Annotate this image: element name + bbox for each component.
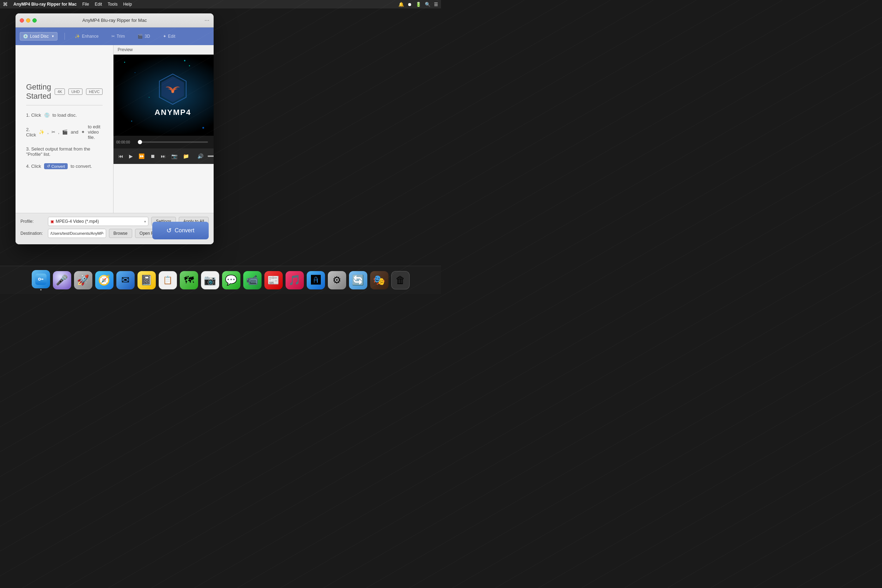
finder-icon bbox=[32, 270, 50, 288]
disc-icon: 💿 bbox=[23, 34, 28, 39]
getting-started-title: Getting Started bbox=[26, 82, 51, 101]
anymp4-logo: ANYMP4 bbox=[154, 74, 191, 117]
music-icon: 🎵 bbox=[285, 271, 304, 290]
tools-menu[interactable]: Tools bbox=[108, 2, 117, 7]
dock-item-launchpad[interactable]: 🚀 bbox=[74, 271, 92, 290]
toolbar-divider-1 bbox=[64, 33, 65, 40]
search-icon[interactable]: 🔍 bbox=[425, 2, 430, 7]
trash-icon: 🗑 bbox=[391, 271, 410, 290]
badge-uhd: UHD bbox=[68, 88, 82, 95]
convert-button[interactable]: ↺ Convert bbox=[152, 222, 209, 239]
browse-button[interactable]: Browse bbox=[109, 229, 132, 238]
app-name-menu[interactable]: AnyMP4 Blu-ray Ripper for Mac bbox=[14, 2, 76, 7]
edit-button[interactable]: ✦ Edit bbox=[160, 32, 178, 40]
gs-step-1: 1. Click 💿 to load disc. bbox=[26, 112, 103, 118]
trim-small-icon: ✂ bbox=[51, 129, 56, 135]
dock-item-safari[interactable]: 🧭 bbox=[95, 271, 114, 290]
stop-button[interactable]: ⏹ bbox=[149, 152, 156, 160]
menu-bar: ⌘ AnyMP4 Blu-ray Ripper for Mac File Edi… bbox=[0, 0, 441, 9]
preview-video: ANYMP4 bbox=[114, 55, 214, 136]
enhance-icon: ✨ bbox=[75, 34, 80, 39]
volume-fill bbox=[208, 156, 214, 157]
reminders-icon: 📋 bbox=[159, 271, 177, 290]
time-end: 00:00:00 bbox=[210, 140, 214, 144]
dock-item-trash[interactable]: 🗑 bbox=[391, 271, 410, 290]
dock-item-migration[interactable]: 🔄 bbox=[349, 271, 368, 290]
trim-button[interactable]: ✂ Trim bbox=[109, 32, 128, 40]
notes-icon: 📓 bbox=[138, 271, 156, 290]
fast-forward-button[interactable]: ⏩ bbox=[137, 152, 146, 160]
window-title: AnyMP4 Blu-ray Ripper for Mac bbox=[82, 18, 147, 23]
file-menu[interactable]: File bbox=[82, 2, 89, 7]
maps-icon: 🗺 bbox=[180, 271, 198, 290]
main-content: Getting Started 4K UHD HEVC 1. Click 💿 t… bbox=[15, 45, 214, 244]
enhance-small-icon: ✨ bbox=[39, 129, 44, 135]
maximize-button[interactable] bbox=[32, 18, 37, 22]
dock-item-siri[interactable]: 🎤 bbox=[53, 271, 71, 290]
timeline-bar: 00:00:00 00:00:00 bbox=[114, 136, 214, 148]
system-prefs-icon: ⚙ bbox=[328, 271, 346, 290]
edit-icon: ✦ bbox=[163, 34, 166, 39]
dock-item-finder[interactable] bbox=[32, 270, 50, 291]
minimize-button[interactable] bbox=[26, 18, 30, 22]
dock-item-news[interactable]: 📰 bbox=[264, 271, 283, 290]
dock-item-unnamed-dark[interactable]: 🎭 bbox=[370, 271, 388, 290]
load-disc-small-icon: 💿 bbox=[44, 112, 50, 118]
dock-item-facetime[interactable]: 📹 bbox=[243, 271, 262, 290]
convert-inline-icon: ↺ bbox=[47, 164, 50, 168]
preview-label: Preview bbox=[114, 45, 214, 55]
dock-item-mail[interactable]: ✉ bbox=[116, 271, 135, 290]
close-button[interactable] bbox=[20, 18, 24, 22]
load-disc-chevron: ▼ bbox=[51, 34, 54, 38]
screen-record-icon[interactable]: ⏺ bbox=[408, 2, 412, 7]
help-menu[interactable]: Help bbox=[123, 2, 132, 7]
convert-icon: ↺ bbox=[166, 226, 172, 234]
dock-item-maps[interactable]: 🗺 bbox=[180, 271, 198, 290]
dock-item-notes[interactable]: 📓 bbox=[138, 271, 156, 290]
screenshot-button[interactable]: 📷 bbox=[170, 152, 179, 160]
left-panel: Getting Started 4K UHD HEVC 1. Click 💿 t… bbox=[15, 45, 113, 213]
playback-controls: ⏮ ▶ ⏩ ⏹ ⏭ 📷 📁 🔊 bbox=[114, 148, 214, 164]
battery-icon[interactable]: 🔋 bbox=[416, 2, 421, 7]
folder-button[interactable]: 📁 bbox=[182, 152, 190, 160]
destination-label: Destination: bbox=[21, 231, 45, 236]
preview-video-bg: ANYMP4 bbox=[114, 55, 214, 136]
gs-title-row: Getting Started 4K UHD HEVC bbox=[26, 82, 103, 101]
anymp4-hex-svg bbox=[159, 74, 187, 105]
sparkle-8 bbox=[189, 65, 190, 66]
notification-icon[interactable]: 🔔 bbox=[398, 2, 404, 7]
destination-input[interactable] bbox=[48, 229, 106, 238]
window-menu-icon[interactable]: ⋯ bbox=[204, 18, 209, 23]
control-center-icon[interactable]: ☰ bbox=[434, 2, 438, 7]
app-window: AnyMP4 Blu-ray Ripper for Mac ⋯ 💿 Load D… bbox=[15, 14, 214, 244]
go-end-button[interactable]: ⏭ bbox=[159, 152, 167, 160]
3d-icon: 🎬 bbox=[138, 34, 143, 39]
edit-menu[interactable]: Edit bbox=[95, 2, 102, 7]
safari-icon: 🧭 bbox=[95, 271, 114, 290]
sparkle-7 bbox=[149, 97, 150, 98]
3d-button[interactable]: 🎬 3D bbox=[135, 32, 153, 40]
dock-item-system[interactable]: ⚙ bbox=[328, 271, 346, 290]
sparkle-6 bbox=[202, 127, 204, 129]
apple-menu[interactable]: ⌘ bbox=[3, 2, 8, 7]
mpeg-icon: ▣ bbox=[50, 219, 54, 224]
badge-hevc: HEVC bbox=[86, 88, 103, 95]
profile-select[interactable]: ▣ MPEG-4 Video (*.mp4) ▾ bbox=[48, 217, 148, 226]
dock-item-messages[interactable]: 💬 bbox=[222, 271, 240, 290]
progress-track[interactable] bbox=[138, 141, 208, 143]
mail-icon: ✉ bbox=[116, 271, 135, 290]
load-disc-button[interactable]: 💿 Load Disc ▼ bbox=[20, 32, 57, 40]
play-button[interactable]: ▶ bbox=[128, 152, 134, 160]
enhance-button[interactable]: ✨ Enhance bbox=[72, 32, 101, 40]
launchpad-icon: 🚀 bbox=[74, 271, 92, 290]
dock-item-music[interactable]: 🎵 bbox=[285, 271, 304, 290]
dock-item-reminders[interactable]: 📋 bbox=[159, 271, 177, 290]
profile-value: MPEG-4 Video (*.mp4) bbox=[56, 219, 99, 224]
dock-item-appstore[interactable]: 🅰 bbox=[307, 271, 325, 290]
progress-thumb[interactable] bbox=[138, 140, 142, 144]
migration-icon: 🔄 bbox=[349, 271, 368, 290]
dock-item-photos[interactable]: 📷 bbox=[201, 271, 219, 290]
go-start-button[interactable]: ⏮ bbox=[117, 152, 125, 160]
chevron-down-icon: ▾ bbox=[144, 220, 146, 224]
volume-track[interactable] bbox=[208, 156, 214, 157]
